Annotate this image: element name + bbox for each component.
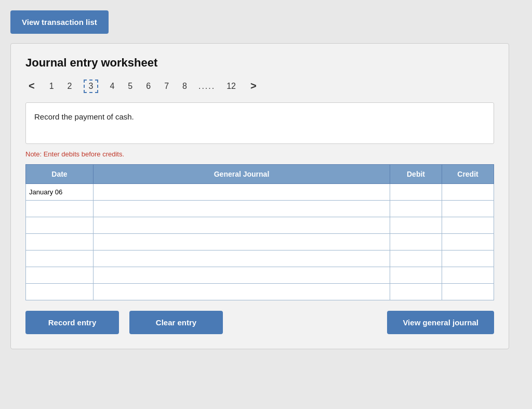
pagination-page-2[interactable]: 2 bbox=[65, 81, 74, 92]
journal-input-2[interactable] bbox=[94, 217, 390, 233]
clear-entry-button[interactable]: Clear entry bbox=[129, 311, 223, 334]
table-cell-date[interactable] bbox=[26, 234, 94, 250]
table-cell-journal[interactable] bbox=[94, 250, 390, 267]
journal-input-0[interactable] bbox=[94, 184, 390, 200]
table-cell-credit[interactable] bbox=[442, 234, 494, 250]
table-row bbox=[26, 217, 494, 234]
table-row bbox=[26, 184, 494, 201]
debit-input-0[interactable] bbox=[390, 184, 442, 200]
table-row bbox=[26, 284, 494, 300]
worksheet-title: Journal entry worksheet bbox=[25, 56, 494, 70]
table-cell-debit[interactable] bbox=[390, 267, 442, 284]
date-input-3[interactable] bbox=[26, 234, 93, 250]
table-cell-date[interactable] bbox=[26, 267, 94, 284]
note-text: Note: Enter debits before credits. bbox=[25, 150, 494, 158]
debit-input-2[interactable] bbox=[390, 217, 442, 233]
debit-input-3[interactable] bbox=[390, 234, 442, 250]
date-input-1[interactable] bbox=[26, 201, 93, 217]
pagination-page-6[interactable]: 6 bbox=[144, 81, 153, 92]
table-cell-date[interactable] bbox=[26, 284, 94, 300]
table-cell-credit[interactable] bbox=[442, 184, 494, 201]
table-row bbox=[26, 234, 494, 250]
pagination: < 1 2 3 4 5 6 7 8 ..... 12 > bbox=[25, 79, 494, 93]
pagination-page-4[interactable]: 4 bbox=[108, 81, 116, 92]
table-cell-journal[interactable] bbox=[94, 201, 390, 217]
table-cell-debit[interactable] bbox=[390, 250, 442, 267]
date-input-6[interactable] bbox=[26, 284, 93, 300]
credit-input-1[interactable] bbox=[442, 201, 494, 217]
pagination-page-8[interactable]: 8 bbox=[180, 81, 189, 92]
table-cell-journal[interactable] bbox=[94, 267, 390, 284]
date-input-0[interactable] bbox=[26, 184, 93, 200]
record-entry-button[interactable]: Record entry bbox=[25, 311, 119, 334]
debit-input-1[interactable] bbox=[390, 201, 442, 217]
button-row: Record entry Clear entry View general jo… bbox=[25, 311, 494, 334]
pagination-page-5[interactable]: 5 bbox=[126, 81, 135, 92]
credit-input-2[interactable] bbox=[442, 217, 494, 233]
table-cell-credit[interactable] bbox=[442, 267, 494, 284]
credit-input-5[interactable] bbox=[442, 267, 494, 283]
pagination-page-12[interactable]: 12 bbox=[224, 81, 238, 92]
table-cell-credit[interactable] bbox=[442, 284, 494, 300]
table-row bbox=[26, 250, 494, 267]
view-general-journal-button[interactable]: View general journal bbox=[387, 311, 494, 334]
table-row bbox=[26, 267, 494, 284]
table-cell-date[interactable] bbox=[26, 250, 94, 267]
table-cell-journal[interactable] bbox=[94, 284, 390, 300]
pagination-page-7[interactable]: 7 bbox=[162, 81, 171, 92]
table-cell-debit[interactable] bbox=[390, 217, 442, 234]
pagination-page-3[interactable]: 3 bbox=[84, 80, 99, 93]
col-header-debit: Debit bbox=[390, 165, 442, 184]
table-cell-debit[interactable] bbox=[390, 184, 442, 201]
table-cell-journal[interactable] bbox=[94, 184, 390, 201]
col-header-date: Date bbox=[26, 165, 94, 184]
credit-input-3[interactable] bbox=[442, 234, 494, 250]
table-cell-credit[interactable] bbox=[442, 201, 494, 217]
credit-input-4[interactable] bbox=[442, 250, 494, 267]
table-cell-journal[interactable] bbox=[94, 234, 390, 250]
pagination-next-arrow[interactable]: > bbox=[247, 79, 260, 93]
credit-input-0[interactable] bbox=[442, 184, 494, 200]
journal-input-4[interactable] bbox=[94, 250, 390, 267]
pagination-page-1[interactable]: 1 bbox=[47, 81, 56, 92]
journal-table: Date General Journal Debit Credit bbox=[25, 164, 494, 300]
table-cell-credit[interactable] bbox=[442, 217, 494, 234]
view-transaction-list-button[interactable]: View transaction list bbox=[10, 10, 109, 34]
pagination-dots: ..... bbox=[198, 82, 215, 91]
date-input-5[interactable] bbox=[26, 267, 93, 283]
table-cell-date[interactable] bbox=[26, 201, 94, 217]
table-row bbox=[26, 201, 494, 217]
table-cell-credit[interactable] bbox=[442, 250, 494, 267]
table-cell-debit[interactable] bbox=[390, 201, 442, 217]
debit-input-5[interactable] bbox=[390, 267, 442, 283]
date-input-4[interactable] bbox=[26, 250, 93, 267]
table-cell-date[interactable] bbox=[26, 184, 94, 201]
journal-input-1[interactable] bbox=[94, 201, 390, 217]
table-cell-journal[interactable] bbox=[94, 217, 390, 234]
journal-input-6[interactable] bbox=[94, 284, 390, 300]
table-cell-debit[interactable] bbox=[390, 234, 442, 250]
table-cell-date[interactable] bbox=[26, 217, 94, 234]
table-cell-debit[interactable] bbox=[390, 284, 442, 300]
debit-input-6[interactable] bbox=[390, 284, 442, 300]
worksheet-container: Journal entry worksheet < 1 2 3 4 5 6 7 … bbox=[10, 43, 509, 349]
col-header-journal: General Journal bbox=[94, 165, 390, 184]
date-input-2[interactable] bbox=[26, 217, 93, 233]
pagination-prev-arrow[interactable]: < bbox=[25, 79, 38, 93]
credit-input-6[interactable] bbox=[442, 284, 494, 300]
instruction-text: Record the payment of cash. bbox=[34, 112, 134, 121]
col-header-credit: Credit bbox=[442, 165, 494, 184]
instruction-box: Record the payment of cash. bbox=[25, 102, 494, 144]
debit-input-4[interactable] bbox=[390, 250, 442, 267]
journal-input-5[interactable] bbox=[94, 267, 390, 283]
journal-input-3[interactable] bbox=[94, 234, 390, 250]
